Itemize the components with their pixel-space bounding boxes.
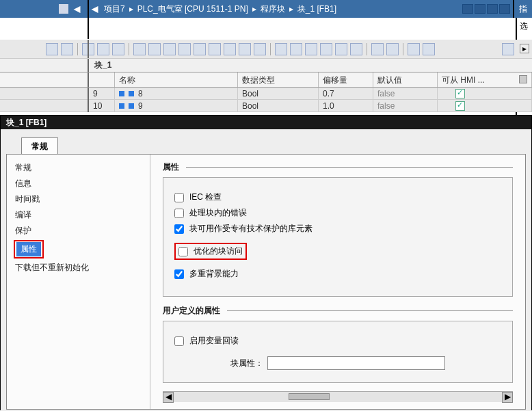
crumb-3[interactable]: 块_1 [FB1] [297, 3, 336, 15]
nav-left-icon[interactable]: ◀ [89, 0, 100, 18]
window-buttons [462, 0, 513, 18]
attributes-title: 属性 [163, 161, 513, 173]
variable-table-body: 9 8 Bool 0.7 false 10 9 Bool 1.0 false [0, 88, 532, 112]
row-hmi [438, 100, 532, 111]
col-offset[interactable]: 偏移量 [319, 72, 373, 87]
breadcrumb: 项目7 ▸ PLC_电气室 [CPU 1511-1 PN] ▸ 程序块 ▸ 块_… [100, 0, 462, 18]
close-icon[interactable] [499, 4, 510, 14]
tool-icon[interactable] [305, 43, 317, 55]
nav-compile[interactable]: 编译 [10, 207, 147, 223]
col-index [89, 72, 115, 87]
tool-icon[interactable] [502, 43, 514, 55]
scroll-right-icon[interactable]: ▶ [502, 392, 513, 403]
min-icon[interactable] [462, 4, 473, 14]
restore-icon[interactable] [475, 4, 486, 14]
max-icon[interactable] [487, 4, 498, 14]
tool-icon[interactable] [335, 43, 347, 55]
iec-checkbox[interactable] [174, 193, 184, 202]
dialog-nav: 常规 信息 时间戳 编译 保护 属性 下载但不重新初始化 [7, 155, 150, 409]
scroll-thumb[interactable] [289, 393, 330, 400]
tool-icon[interactable] [350, 43, 362, 55]
tool-icon[interactable] [423, 43, 435, 55]
dialog-tabs: 常规 [6, 136, 526, 154]
right-label: 指 [519, 3, 527, 15]
col-name[interactable]: 名称 [115, 72, 238, 87]
breadcrumb-bar: ◀ ◀ 项目7 ▸ PLC_电气室 [CPU 1511-1 PN] ▸ 程序块 … [0, 0, 532, 18]
col-type[interactable]: 数据类型 [238, 72, 319, 87]
nav-timestamp[interactable]: 时间戳 [10, 191, 147, 207]
crumb-1[interactable]: PLC_电气室 [CPU 1511-1 PN] [137, 3, 248, 15]
tool-icon[interactable] [239, 43, 251, 55]
tool-icon[interactable] [275, 43, 287, 55]
tool-icon[interactable] [386, 43, 399, 55]
err-checkbox[interactable] [174, 209, 184, 218]
crumb-2[interactable]: 程序块 [261, 3, 285, 15]
content-hscroll[interactable]: ◀ ▶ [163, 391, 513, 402]
row-name: 9 [115, 100, 238, 111]
nav-download[interactable]: 下载但不重新初始化 [10, 260, 147, 276]
block-properties-dialog: 块_1 [FB1] 常规 常规 信息 时间戳 编译 保护 属性 下载但不重新初始… [0, 115, 532, 410]
tool-icon[interactable] [194, 43, 206, 55]
userprops-title: 用户定义的属性 [163, 305, 513, 317]
expand-icon[interactable]: ▸ [520, 44, 529, 53]
nav-info[interactable]: 信息 [10, 176, 147, 191]
row-default: false [373, 100, 438, 111]
nav-protect[interactable]: 保护 [10, 223, 147, 239]
opt-readback: 启用变量回读 [174, 335, 501, 347]
lib-checkbox[interactable] [174, 224, 184, 234]
nav-attributes[interactable]: 属性 [16, 242, 41, 256]
tool-icon[interactable] [290, 43, 302, 55]
blockattr-label: 块属性： [230, 358, 263, 369]
tool-icon[interactable] [112, 43, 124, 55]
nav-back-icon[interactable]: ◀ [71, 4, 82, 14]
tool-icon[interactable] [254, 43, 266, 55]
tool-icon[interactable] [320, 43, 332, 55]
tool-icon[interactable] [224, 43, 236, 55]
tool-icon[interactable] [148, 43, 161, 55]
attributes-group: IEC 检查 处理块内的错误 块可用作受专有技术保护的库元素 优化的块访问 多重… [163, 177, 513, 297]
row-offset: 0.7 [319, 88, 373, 99]
nav-general[interactable]: 常规 [10, 160, 147, 176]
crumb-0[interactable]: 项目7 [104, 3, 125, 15]
opt-iec: IEC 检查 [174, 191, 501, 203]
dropdown-icon[interactable] [519, 75, 527, 83]
var-icon [129, 103, 134, 109]
crumb-sep: ▸ [289, 4, 293, 14]
dialog-content: 属性 IEC 检查 处理块内的错误 块可用作受专有技术保护的库元素 优化的块访问… [150, 155, 525, 409]
opt-optimized-highlight: 优化的块访问 [174, 243, 247, 260]
opt-multi: 多重背景能力 [174, 268, 501, 280]
multi-checkbox[interactable] [174, 269, 184, 279]
table-row[interactable]: 9 8 Bool 0.7 false [0, 88, 532, 100]
scroll-left-icon[interactable]: ◀ [163, 392, 174, 403]
col-default[interactable]: 默认值 [373, 72, 438, 87]
block-name: 块_1 [94, 59, 111, 71]
tab-general[interactable]: 常规 [21, 137, 58, 154]
tool-icon[interactable] [163, 43, 176, 55]
tool-icon[interactable] [61, 43, 73, 55]
row-idx: 10 [89, 100, 115, 111]
tool-icon[interactable] [133, 43, 146, 55]
right-panel-tab[interactable]: 指 [513, 0, 532, 18]
var-icon [119, 91, 124, 96]
row-hmi [438, 88, 532, 99]
check-icon[interactable] [455, 101, 465, 111]
table-row[interactable]: 10 9 Bool 1.0 false [0, 100, 532, 112]
readback-checkbox[interactable] [174, 336, 184, 346]
blockattr-input[interactable] [267, 356, 445, 370]
optimized-checkbox[interactable] [178, 247, 188, 256]
userprops-group: 启用变量回读 块属性： [163, 321, 513, 383]
tool-icon[interactable] [371, 43, 384, 55]
tool-icon[interactable] [178, 43, 191, 55]
panel-icon[interactable] [59, 4, 68, 14]
tool-icon[interactable] [209, 43, 221, 55]
row-type: Bool [238, 100, 319, 111]
check-icon[interactable] [455, 89, 465, 98]
col-hmi[interactable]: 可从 HMI ... [438, 72, 532, 87]
tool-icon[interactable] [46, 43, 58, 55]
row-default: false [373, 88, 438, 99]
tool-icon[interactable] [97, 43, 109, 55]
row-name: 8 [115, 88, 238, 99]
tool-icon[interactable] [408, 43, 420, 55]
opt-lib: 块可用作受专有技术保护的库元素 [174, 223, 501, 235]
row-offset: 1.0 [319, 100, 373, 111]
